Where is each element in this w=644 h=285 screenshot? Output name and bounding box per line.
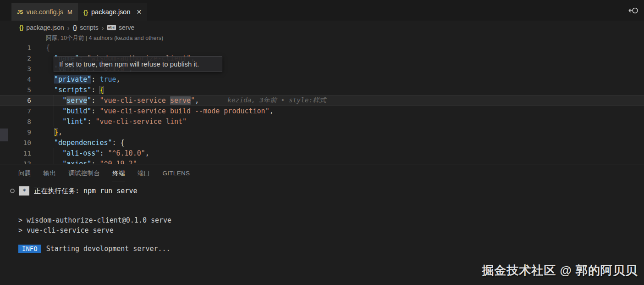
tab-vue-config-js[interactable]: JSvue.config.jsM [11,3,78,21]
panel-tab-terminal[interactable]: 终端 [112,165,125,181]
code-line[interactable]: 11 "ali-oss": "^6.10.0", [0,148,644,158]
code-text: "build": "vue-cli-service build --mode p… [46,107,274,115]
tab-package-json[interactable]: {}package.json✕ [78,3,147,21]
codelens-blame[interactable]: 阿厚, 10个月前 | 4 authors (kezida and others… [0,34,644,42]
breadcrumb-separator: › [102,24,104,32]
code-text: }, [46,128,62,136]
line-number[interactable]: 5 [0,86,31,94]
json-file-icon: {} [83,9,88,16]
string-symbol-icon: abc [107,25,116,30]
code-editor: 阿厚, 10个月前 | 4 authors (kezida and others… [0,34,644,164]
modified-badge: M [67,9,72,16]
breadcrumb: {}package.json›{}scripts›abcserve [0,21,644,34]
code-line[interactable]: 4 "private": true, [0,74,644,84]
code-line[interactable]: 5 "scripts": { [0,84,644,95]
line-number[interactable]: 2 [0,55,31,62]
js-file-icon: JS [17,9,23,15]
tab-label: package.json [91,8,130,16]
line-number[interactable]: 1 [0,44,31,51]
line-number[interactable]: 7 [0,107,31,115]
panel-tab-bar: 问题输出调试控制台终端端口GITLENS [0,164,644,182]
hover-tooltip: If set to true, then npm will refuse to … [54,56,222,72]
terminal-task-line: * 正在执行任务: npm run serve [10,185,644,196]
indent-guide [54,148,54,164]
panel-tab-output[interactable]: 输出 [44,165,56,181]
gutter-decoration [0,129,8,141]
task-badge: * [19,186,29,196]
code-line[interactable]: 7 "build": "vue-cli-service build --mode… [0,106,644,116]
terminal-info-line: INFO Starting development server... [18,245,644,253]
code-text: "lint": "vue-cli-service lint" [46,117,187,126]
tab-label: vue.config.js [26,8,63,16]
line-number[interactable]: 8 [0,118,31,125]
breadcrumb-item-scripts[interactable]: {}scripts [73,24,99,31]
code-line[interactable]: 1{ [0,42,644,53]
code-text: "scripts": { [46,86,104,94]
line-number[interactable]: 3 [0,65,31,73]
panel-tab-ports[interactable]: 端口 [138,165,150,181]
panel-tab-debug-console[interactable]: 调试控制台 [68,165,100,181]
breadcrumb-label: package.json [26,24,64,31]
tab-bar: JSvue.config.jsM{}package.json✕ [0,0,644,21]
inline-blame: kezida, 3年前 • style:样式 [227,96,326,105]
breadcrumb-item-package-json[interactable]: {}package.json [19,24,64,31]
watermark: 掘金技术社区 @ 郭的阿贝贝 [482,263,638,279]
code-line[interactable]: 10 "dependencies": { [0,137,644,148]
task-spinner-icon [10,189,15,193]
code-text: "dependencies": { [46,139,125,147]
close-icon[interactable]: ✕ [137,8,142,16]
code-text: "serve": "vue-cli-service serve", [46,96,199,105]
indent-guide [54,95,54,127]
terminal-output-line: > wisdom-authorize-client@0.1.0 serve [18,215,644,225]
code-text: "private": true, [46,75,121,84]
code-text: "ali-oss": "^6.10.0", [46,149,149,157]
panel-tab-gitlens[interactable]: GITLENS [162,166,190,180]
line-number[interactable]: 11 [0,150,31,157]
breadcrumb-label: scripts [80,24,98,31]
breadcrumb-label: serve [119,24,134,31]
terminal-output-line: > vue-cli-service serve [18,225,644,235]
code-line[interactable]: 8 "lint": "vue-cli-service lint" [0,116,644,127]
json-symbol-icon: {} [73,24,77,31]
info-badge: INFO [18,245,41,253]
code-line[interactable]: 9 }, [0,127,644,137]
line-number[interactable]: 6 [0,97,31,104]
code-line[interactable]: 6 "serve": "vue-cli-service serve",kezid… [0,95,644,106]
line-number[interactable]: 4 [0,76,31,83]
breadcrumb-item-serve[interactable]: abcserve [107,24,135,31]
json-symbol-icon: {} [19,24,23,31]
code-line[interactable]: 12 "axios": "^0.19.2" [0,158,644,164]
code-text: "axios": "^0.19.2" [46,160,137,164]
panel-tab-problems[interactable]: 问题 [18,165,31,181]
open-changes-icon[interactable] [627,6,639,15]
breadcrumb-separator: › [67,24,70,32]
info-text: Starting development server... [46,245,171,253]
task-label: 正在执行任务: npm run serve [34,187,137,196]
line-number[interactable]: 12 [0,160,31,164]
terminal[interactable]: * 正在执行任务: npm run serve > wisdom-authori… [0,185,644,253]
code-text: { [46,44,50,52]
